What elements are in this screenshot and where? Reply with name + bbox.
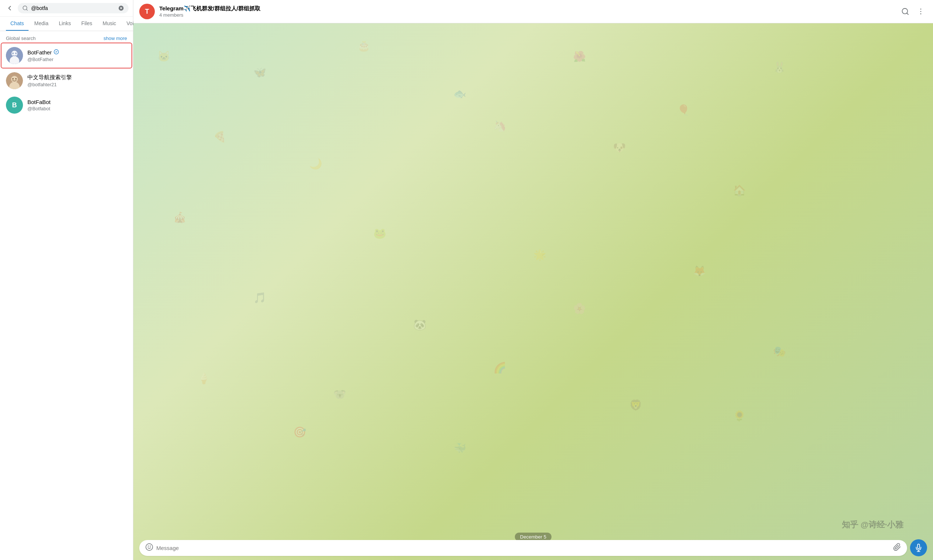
chat-subtitle: 4 members <box>159 12 894 18</box>
avatar-botfabot: B <box>6 97 23 114</box>
svg-point-17 <box>921 9 922 10</box>
result-username-chinese: @botfahter21 <box>28 82 127 87</box>
svg-point-8 <box>12 52 14 54</box>
avatar-botfather <box>6 47 23 64</box>
svg-point-9 <box>15 52 17 54</box>
chat-background: 🐱 🦋 🎂 🐟 🌺 🎈 🐰 🍕 🌙 🦄 🐶 🏠 🎪 🐸 🌟 🦊 🎵 🐼 🌸 🎭 … <box>133 23 933 560</box>
svg-point-20 <box>146 543 153 550</box>
search-bar: @botfa <box>0 0 133 17</box>
result-username-botfather: @BotFather <box>28 57 127 62</box>
result-name-botfabot: BotFaBot <box>28 99 127 105</box>
search-result-chinese[interactable]: 中文导航搜索引擎 @botfahter21 <box>0 68 133 93</box>
search-icon <box>22 5 28 11</box>
tab-chats[interactable]: Chats <box>6 17 29 31</box>
svg-point-18 <box>921 11 922 12</box>
svg-line-1 <box>26 9 28 10</box>
svg-line-16 <box>907 13 908 14</box>
search-input[interactable]: @botfa <box>31 5 115 11</box>
search-result-botfather[interactable]: BotFather @BotFather <box>2 43 131 68</box>
watermark: 知乎 @诗经·小雅 <box>842 519 904 531</box>
chat-avatar: T <box>139 4 155 19</box>
result-name-chinese: 中文导航搜索引擎 <box>28 74 127 81</box>
tab-files[interactable]: Files <box>77 17 97 31</box>
avatar-chinese <box>6 72 23 89</box>
result-username-botfabot: @Botfabot <box>28 106 127 111</box>
voice-button[interactable] <box>910 539 927 556</box>
message-input-bar <box>133 535 933 560</box>
result-info-botfabot: BotFaBot @Botfabot <box>28 99 127 111</box>
verified-icon <box>53 49 59 56</box>
chat-bg-doodles: 🐱 🦋 🎂 🐟 🌺 🎈 🐰 🍕 🌙 🦄 🐶 🏠 🎪 🐸 🌟 🦊 🎵 🐼 🌸 🎭 … <box>133 23 933 560</box>
svg-point-13 <box>12 78 14 80</box>
chat-header-actions <box>899 5 927 18</box>
search-chat-button[interactable] <box>899 5 911 18</box>
tab-music[interactable]: Music <box>98 17 121 31</box>
attach-button[interactable] <box>893 543 901 553</box>
emoji-button[interactable] <box>145 543 153 553</box>
global-search-section: Global search show more <box>0 31 133 43</box>
message-input[interactable] <box>156 545 890 551</box>
chat-title: Telegram✈️飞机群发/群组拉人/群组抓取 <box>159 5 894 12</box>
clear-search-button[interactable] <box>118 5 124 11</box>
message-input-wrapper <box>139 540 907 556</box>
search-input-wrapper: @botfa <box>18 3 128 13</box>
global-search-label: Global search <box>6 35 35 41</box>
right-panel: T Telegram✈️飞机群发/群组拉人/群组抓取 4 members 🐱 <box>133 0 933 560</box>
svg-point-19 <box>921 13 922 14</box>
left-panel: @botfa Chats Media Links Files Music Voi… <box>0 0 133 560</box>
tab-media[interactable]: Media <box>30 17 53 31</box>
result-name-botfather: BotFather <box>28 49 127 56</box>
show-more-link[interactable]: show more <box>103 35 127 41</box>
tab-links[interactable]: Links <box>54 17 76 31</box>
search-result-botfabot[interactable]: B BotFaBot @Botfabot <box>0 93 133 117</box>
more-options-button[interactable] <box>914 5 927 18</box>
result-info-chinese: 中文导航搜索引擎 @botfahter21 <box>28 74 127 87</box>
tabs-bar: Chats Media Links Files Music Voice <box>0 17 133 31</box>
chat-info: Telegram✈️飞机群发/群组拉人/群组抓取 4 members <box>159 5 894 18</box>
svg-point-11 <box>11 76 18 83</box>
svg-point-14 <box>15 78 17 80</box>
chat-header: T Telegram✈️飞机群发/群组拉人/群组抓取 4 members <box>133 0 933 23</box>
back-button[interactable] <box>5 3 15 13</box>
result-info-botfather: BotFather @BotFather <box>28 49 127 62</box>
